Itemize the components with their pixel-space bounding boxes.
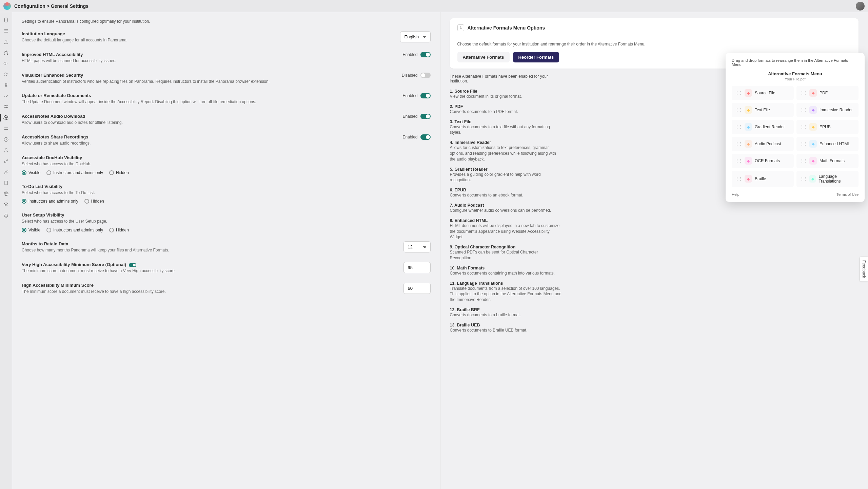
svg-point-5	[5, 73, 6, 74]
lang-desc: Choose the default language for all acco…	[22, 37, 391, 43]
radio-0-1[interactable]: Instructors and admins only	[46, 170, 103, 175]
score-toggle-0[interactable]	[129, 263, 136, 267]
feedback-tab[interactable]: Feedback	[860, 256, 868, 282]
sound-icon[interactable]	[3, 60, 9, 67]
star-icon[interactable]	[3, 50, 9, 56]
toggle-status-2: Enabled	[402, 93, 417, 98]
retain-title: Months to Retain Data	[22, 241, 391, 246]
score-desc-0: The minimum score a document must receiv…	[22, 268, 391, 274]
fmt-title-2: 3. Text File	[450, 119, 562, 124]
reorder-item-5[interactable]: ⋮⋮ ◆ EPUB	[796, 120, 859, 134]
grip-icon: ⋮⋮	[800, 91, 807, 95]
toggle-switch-0[interactable]	[420, 52, 431, 57]
retain-select[interactable]: 12	[403, 241, 431, 252]
page-icon[interactable]	[3, 17, 9, 23]
reorder-item-3[interactable]: ⋮⋮ ◆ Immersive Reader	[796, 103, 859, 117]
fmt-title-5: 6. EPUB	[450, 188, 562, 192]
reorder-item-8[interactable]: ⋮⋮ ◆ OCR Formats	[732, 154, 794, 168]
terms-link[interactable]: Terms of Use	[836, 192, 859, 196]
options-title: Alternative Formats Menu Options	[468, 25, 545, 31]
avatar[interactable]	[856, 2, 865, 11]
formats-icon: A	[457, 24, 464, 31]
tab-alternative-formats[interactable]: Alternative Formats	[457, 52, 510, 62]
reorder-item-11[interactable]: ⋮⋮ ◆ Language Translations	[796, 171, 859, 187]
clock-icon[interactable]	[3, 136, 9, 143]
toggle-status-1: Disabled	[402, 73, 418, 78]
reorder-label-7: Enhanced HTML	[820, 142, 850, 146]
score-input-0[interactable]	[403, 262, 431, 273]
language-select[interactable]: English	[400, 31, 431, 42]
app-logo	[3, 2, 11, 10]
reorder-item-10[interactable]: ⋮⋮ ◆ Braille	[732, 171, 794, 187]
score-input-1[interactable]	[403, 283, 431, 294]
grip-icon: ⋮⋮	[800, 108, 807, 112]
chart-icon[interactable]	[3, 93, 9, 99]
fmt-desc-8: Scanned PDFs can be sent for Optical Cha…	[450, 249, 562, 261]
vis-title-1: To-Do List Visibility	[22, 184, 431, 189]
reorder-label-9: Math Formats	[820, 158, 845, 163]
pin-icon[interactable]	[3, 82, 9, 88]
reorder-item-9[interactable]: ⋮⋮ ◆ Math Formats	[796, 154, 859, 168]
building-icon[interactable]	[3, 180, 9, 186]
grip-icon: ⋮⋮	[735, 91, 742, 95]
grip-icon: ⋮⋮	[800, 176, 807, 181]
tab-reorder-formats[interactable]: Reorder Formats	[513, 52, 559, 62]
radio-2-1[interactable]: Instructors and admins only	[46, 228, 103, 232]
help-link[interactable]: Help	[732, 192, 739, 196]
format-mini-icon: ◆	[809, 89, 817, 97]
radio-2-2[interactable]: Hidden	[109, 228, 129, 232]
reorder-label-3: Immersive Reader	[820, 108, 853, 112]
users-icon[interactable]	[3, 147, 9, 153]
lang-title: Institution Language	[22, 31, 391, 36]
fmt-desc-5: Converts documents to an ebook format.	[450, 192, 562, 198]
radio-0-0[interactable]: Visible	[22, 170, 40, 175]
reorder-subtitle: Your File.pdf	[732, 77, 859, 81]
fmt-desc-3: Allows for customizations to text prefer…	[450, 145, 562, 162]
reorder-item-0[interactable]: ⋮⋮ ◆ Source File	[732, 86, 794, 100]
vis-desc-2: Select who has access to the User Setup …	[22, 219, 431, 224]
toggle-title-1: Visualizer Enhanced Security	[22, 73, 391, 78]
page-intro: Settings to ensure Panorama is configure…	[22, 19, 431, 24]
fmt-desc-0: View the document in its original format…	[450, 94, 562, 99]
sliders-icon[interactable]	[3, 104, 9, 110]
list-icon[interactable]	[3, 28, 9, 34]
toggle-switch-2[interactable]	[420, 93, 431, 98]
radio-0-2[interactable]: Hidden	[109, 170, 129, 175]
grip-icon: ⋮⋮	[735, 108, 742, 112]
reorder-label-4: Gradient Reader	[755, 125, 785, 129]
vis-title-2: User Setup Visibility	[22, 212, 431, 218]
adjust-icon[interactable]	[3, 126, 9, 132]
fmt-title-9: 10. Math Formats	[450, 266, 562, 270]
people-icon[interactable]	[3, 71, 9, 77]
reorder-label-2: Text File	[755, 108, 770, 112]
link-icon[interactable]	[3, 169, 9, 175]
gear-icon[interactable]	[3, 115, 9, 121]
bell-icon[interactable]	[3, 212, 9, 219]
svg-point-15	[5, 149, 7, 150]
key-icon[interactable]	[3, 158, 9, 164]
toggle-title-0: Improved HTML Accessibility	[22, 52, 391, 57]
reorder-item-1[interactable]: ⋮⋮ ◆ PDF	[796, 86, 859, 100]
vis-desc-0: Select who has access to the DocHub.	[22, 161, 431, 167]
toggle-switch-1[interactable]	[420, 73, 431, 78]
toggle-switch-4[interactable]	[420, 134, 431, 140]
svg-marker-23	[4, 203, 8, 205]
reorder-item-6[interactable]: ⋮⋮ ◆ Audio Podcast	[732, 137, 794, 151]
export-icon[interactable]	[3, 39, 9, 45]
toggle-switch-3[interactable]	[420, 114, 431, 119]
radio-2-0[interactable]: Visible	[22, 228, 40, 232]
reorder-panel: Drag and drop formats to rearrange them …	[726, 53, 865, 202]
reorder-item-4[interactable]: ⋮⋮ ◆ Gradient Reader	[732, 120, 794, 134]
radio-1-1[interactable]: Hidden	[84, 199, 104, 204]
reorder-item-7[interactable]: ⋮⋮ ◆ Enhanced HTML	[796, 137, 859, 151]
toggle-desc-2: The Update Document window will appear i…	[22, 99, 391, 105]
reorder-item-2[interactable]: ⋮⋮ ◆ Text File	[732, 103, 794, 117]
layers-icon[interactable]	[3, 202, 9, 208]
left-nav-rail	[0, 12, 12, 489]
format-mini-icon: ◆	[745, 123, 752, 131]
grip-icon: ⋮⋮	[800, 125, 807, 129]
breadcrumb: Configuration > General Settings	[14, 3, 88, 9]
globe-icon[interactable]	[3, 191, 9, 197]
score-desc-1: The minimum score a document must receiv…	[22, 289, 391, 295]
radio-1-0[interactable]: Instructors and admins only	[22, 199, 78, 204]
